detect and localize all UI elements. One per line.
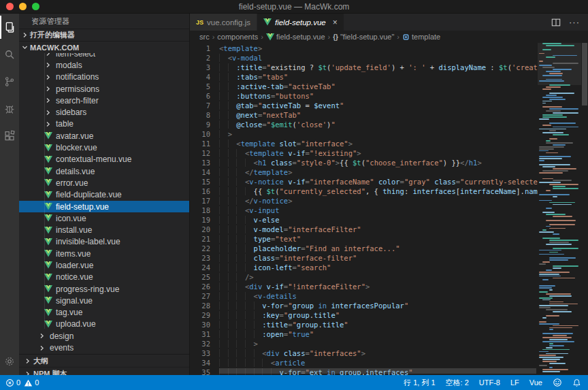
code-line: 23 class="interface-filter" [190, 253, 538, 263]
activity-debug-button[interactable] [0, 95, 19, 123]
window-controls [6, 3, 39, 10]
line-number: 30 [190, 320, 210, 329]
bell-icon[interactable] [572, 378, 581, 387]
tab-vue-config-js[interactable]: JSvue.config.js [190, 14, 257, 31]
line-number: 31 [190, 329, 210, 339]
line-number: 9 [190, 120, 210, 129]
status-item[interactable]: 行 1, 列 1 [404, 378, 435, 388]
search-icon [3, 48, 16, 61]
line-number: 4 [190, 72, 210, 82]
code-line: 12 <template v-if="!existing"> [190, 148, 538, 158]
line-number: 5 [190, 82, 210, 91]
status-error-circle[interactable]: 0 [5, 378, 20, 387]
tree-item-design[interactable]: design [19, 330, 189, 342]
close-icon[interactable]: × [333, 18, 338, 27]
code-line: 17 </v-notice> [190, 196, 538, 206]
sidebar-pane-label: 大纲 [33, 356, 48, 366]
code-line: 30 :title="group.title" [190, 320, 538, 329]
breadcrumb-item[interactable]: template [402, 33, 440, 41]
tree-item-label: permissions [56, 84, 99, 94]
status-warning-triangle[interactable]: 0 [24, 378, 39, 387]
sidebar-pane-NPM 脚本[interactable]: NPM 脚本 [19, 368, 189, 375]
sidebar-pane-大纲[interactable]: 大纲 [19, 355, 189, 368]
code-line: 22 placeholder="Find an interface..." [190, 244, 538, 253]
line-number: 13 [190, 158, 210, 167]
tree-item-label: details.vue [56, 167, 95, 176]
vue-icon [266, 33, 274, 41]
line-number: 20 [190, 225, 210, 234]
status-item[interactable]: LF [510, 378, 519, 387]
activity-files-button[interactable] [0, 14, 19, 41]
tab-field-setup-vue[interactable]: field-setup.vue× [257, 14, 344, 31]
line-number: 29 [190, 310, 210, 320]
activity-extensions-button[interactable] [0, 123, 19, 150]
breadcrumb-label: field-setup.vue [276, 33, 325, 41]
feedback-smiley-icon[interactable] [553, 378, 562, 387]
open-editors-header[interactable]: 打开的编辑器 [19, 29, 189, 41]
close-window-button[interactable] [6, 3, 14, 10]
vue-file-icon [263, 18, 272, 26]
code-line: 20 v-model="interfaceFilter" [190, 225, 538, 234]
activity-search-button[interactable] [0, 41, 19, 68]
tree-item-label: loader.vue [56, 261, 93, 270]
breadcrumb-item[interactable]: {}"field-setup.vue" [333, 33, 394, 41]
code-lines: 1<template>2 <v-modal3 :title="existing … [190, 44, 538, 375]
code-editor[interactable]: 1<template>2 <v-modal3 :title="existing … [190, 43, 588, 375]
project-root-header[interactable]: MACWK.COM [19, 41, 189, 53]
code-line: 18 <v-input [190, 206, 538, 215]
code-line: 5 :active-tab="activeTab" [190, 82, 538, 91]
line-number: 21 [190, 234, 210, 244]
vscode-window: field-setup.vue — MacWk.com 资源管理器 打开的编辑器… [0, 0, 588, 390]
status-item[interactable]: Vue [529, 378, 542, 387]
code-line: 4 :tabs="tabs" [190, 72, 538, 82]
problem-count: 0 [16, 378, 20, 387]
line-number: 33 [190, 348, 210, 358]
code-line: 27 <v-details [190, 291, 538, 301]
breadcrumb-label: template [412, 33, 440, 41]
tree-item-label: avatar.vue [56, 131, 93, 141]
tree-item-label: icon.vue [56, 214, 86, 223]
code-line: 10 > [190, 129, 538, 139]
breadcrumb-item[interactable]: components [217, 33, 258, 41]
braces-icon: {} [333, 33, 338, 41]
tree-item-label: design [50, 331, 74, 341]
status-item[interactable]: UTF-8 [479, 378, 500, 387]
vertical-scrollbar-thumb[interactable] [582, 43, 587, 105]
tree-item-label: item-select [56, 53, 95, 59]
files-icon [3, 21, 16, 34]
code-line: 3 :title="existing ? $t('update_field') … [190, 63, 538, 72]
chevron-right-icon [22, 32, 28, 38]
maximize-window-button[interactable] [32, 3, 39, 10]
line-number: 10 [190, 129, 210, 139]
line-number: 16 [190, 186, 210, 196]
line-number: 15 [190, 177, 210, 186]
code-line: 11 <template slot="interface"> [190, 139, 538, 148]
code-line: 25 /> [190, 272, 538, 282]
vertical-scrollbar [581, 43, 588, 375]
status-problems[interactable]: 00 [5, 378, 39, 387]
breadcrumb-item[interactable]: src [199, 33, 210, 41]
minimize-window-button[interactable] [19, 3, 27, 10]
editor-tab-bar: JSvue.config.jsfield-setup.vue×··· [190, 14, 588, 31]
code-line: 13 <h1 class="style-0">{{ $t("choose_int… [190, 158, 538, 167]
activity-gear-button[interactable] [0, 348, 19, 375]
code-line: 14 </template> [190, 167, 538, 177]
title-bar: field-setup.vue — MacWk.com [0, 0, 588, 14]
tab-actions: ··· [551, 14, 588, 31]
tree-item-label: notifications [56, 72, 99, 82]
code-line: 21 type="text" [190, 234, 538, 244]
line-number: 17 [190, 196, 210, 206]
status-item[interactable]: 空格: 2 [446, 378, 469, 388]
more-actions-icon[interactable]: ··· [569, 18, 580, 27]
chevron-right-icon [37, 345, 46, 351]
code-line: 6 :buttons="buttons" [190, 91, 538, 101]
tree-item-label: field-duplicate.vue [56, 190, 122, 199]
horizontal-scrollbar-thumb[interactable] [219, 368, 536, 374]
activity-source-control-button[interactable] [0, 68, 19, 95]
breadcrumb-item[interactable]: field-setup.vue [266, 33, 325, 41]
split-editor-icon[interactable] [551, 18, 561, 27]
minimap[interactable] [538, 43, 581, 375]
tree-item-label: blocker.vue [56, 143, 97, 152]
workbench: 资源管理器 打开的编辑器 MACWK.COM item-selectmodals… [0, 14, 588, 375]
tree-item-events[interactable]: events [19, 342, 189, 353]
